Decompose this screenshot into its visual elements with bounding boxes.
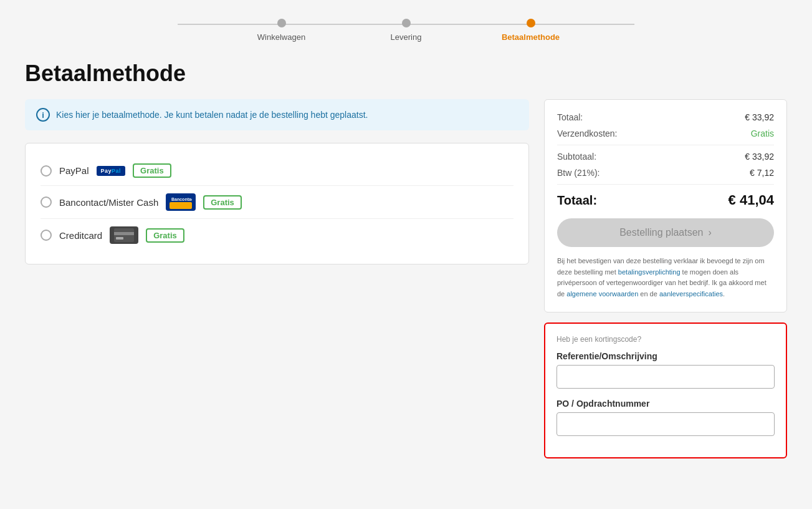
radio-bancontact[interactable]: [41, 196, 52, 208]
info-banner-text: Kies hier je betaalmethode. Je kunt beta…: [56, 110, 368, 120]
payment-methods-box: PayPal PayPal Gratis Bancontact/Mister C…: [25, 143, 529, 264]
po-label: PO / Opdrachtnummer: [556, 399, 775, 409]
paypal-logo-icon: PayPal: [97, 166, 126, 176]
legal-link-voorwaarden[interactable]: algemene voorwaarden: [566, 290, 638, 298]
page-title: Betaalmethode: [25, 61, 787, 87]
stepper-item-winkelwagen[interactable]: Winkelwagen: [219, 19, 344, 42]
verzendkosten-label: Verzendkosten:: [557, 128, 618, 138]
info-icon: i: [36, 108, 50, 122]
btw-value: € 7,12: [750, 168, 774, 178]
referentie-group: Referentie/Omschrijving: [556, 351, 775, 389]
svg-rect-5: [116, 237, 123, 240]
left-column: i Kies hier je betaalmethode. Je kunt be…: [25, 99, 529, 264]
totaal-label: Totaal:: [557, 112, 583, 122]
po-input[interactable]: [556, 412, 775, 436]
po-group: PO / Opdrachtnummer: [556, 399, 775, 436]
main-layout: i Kies hier je betaalmethode. Je kunt be…: [25, 99, 787, 458]
payment-option-bancontact[interactable]: Bancontact/Mister Cash Bancontact Gratis: [41, 186, 513, 219]
svg-text:Bancontact: Bancontact: [171, 197, 192, 201]
chevron-right-icon: ›: [708, 227, 711, 238]
place-order-label: Bestelling plaatsen: [619, 227, 703, 238]
subtotaal-value: € 33,92: [745, 152, 774, 162]
page-wrapper: Winkelwagen Levering Betaalmethode Betaa…: [0, 0, 812, 509]
stepper-dot-levering: [402, 19, 411, 27]
stepper-item-betaalmethode[interactable]: Betaalmethode: [469, 19, 593, 42]
verzendkosten-value: Gratis: [751, 128, 774, 138]
stepper-label-winkelwagen: Winkelwagen: [257, 32, 305, 42]
place-order-button[interactable]: Bestelling plaatsen ›: [557, 218, 774, 247]
final-totaal-value: € 41,04: [728, 192, 774, 208]
final-totaal-label: Totaal:: [557, 193, 597, 208]
radio-creditcard[interactable]: [41, 230, 52, 241]
summary-total-row: Totaal: € 41,04: [557, 192, 774, 208]
kortingscode-box: Heb je een kortingscode? Referentie/Omsc…: [544, 322, 787, 458]
stepper-label-betaalmethode: Betaalmethode: [502, 32, 560, 42]
summary-divider-1: [557, 145, 774, 145]
legal-link-betaling[interactable]: betalingsverplichting: [618, 268, 681, 276]
summary-divider-2: [557, 184, 774, 185]
stepper-item-levering[interactable]: Levering: [344, 19, 469, 42]
stepper-dot-betaalmethode: [527, 19, 535, 27]
payment-option-paypal[interactable]: PayPal PayPal Gratis: [41, 156, 513, 186]
stepper-label-levering: Levering: [391, 32, 422, 42]
radio-paypal[interactable]: [41, 165, 52, 177]
legal-text: Bij het bevestigen van deze bestelling v…: [557, 256, 774, 299]
payment-name-paypal: PayPal: [59, 165, 89, 176]
gratis-badge-creditcard: Gratis: [146, 228, 184, 243]
stepper: Winkelwagen Levering Betaalmethode: [25, 12, 787, 42]
summary-row-totaal: Totaal: € 33,92: [557, 112, 774, 122]
kortingscode-label: Heb je een kortingscode?: [556, 335, 775, 344]
right-column: Totaal: € 33,92 Verzendkosten: Gratis Su…: [544, 99, 787, 458]
referentie-label: Referentie/Omschrijving: [556, 351, 775, 361]
stepper-dot-winkelwagen: [277, 19, 286, 27]
order-summary-box: Totaal: € 33,92 Verzendkosten: Gratis Su…: [544, 99, 787, 313]
summary-row-subtotaal: Subtotaal: € 33,92: [557, 152, 774, 162]
gratis-badge-bancontact: Gratis: [203, 195, 242, 210]
svg-rect-1: [170, 202, 192, 209]
bancontact-logo-icon: Bancontact: [166, 193, 196, 211]
creditcard-logo-icon: [110, 226, 138, 244]
payment-name-bancontact: Bancontact/Mister Cash: [59, 197, 158, 208]
subtotaal-label: Subtotaal:: [557, 152, 596, 162]
btw-label: Btw (21%):: [557, 168, 599, 178]
gratis-badge-paypal: Gratis: [133, 163, 171, 178]
summary-row-verzendkosten: Verzendkosten: Gratis: [557, 128, 774, 138]
referentie-input[interactable]: [556, 365, 775, 389]
legal-link-aanlever[interactable]: aanleverspecificaties: [659, 290, 723, 298]
svg-rect-4: [114, 232, 134, 235]
summary-row-btw: Btw (21%): € 7,12: [557, 168, 774, 178]
info-banner: i Kies hier je betaalmethode. Je kunt be…: [25, 99, 529, 130]
payment-name-creditcard: Creditcard: [59, 230, 102, 241]
payment-option-creditcard[interactable]: Creditcard Gratis: [41, 219, 513, 251]
totaal-value: € 33,92: [745, 112, 774, 122]
